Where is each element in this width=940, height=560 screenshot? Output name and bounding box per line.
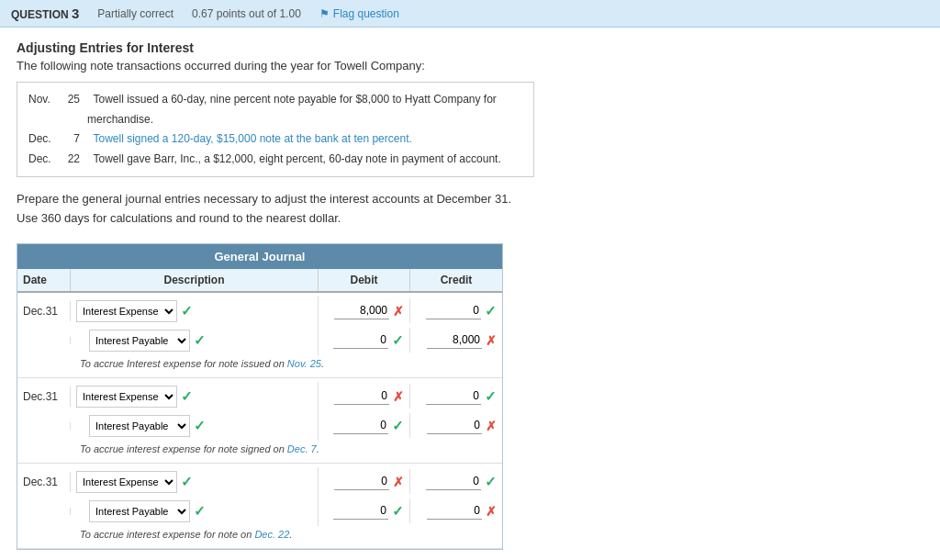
desc-cell-2-2: Interest Payable✓ <box>71 411 319 441</box>
flag-icon: ⚑ <box>319 7 330 20</box>
debit-input-2-1[interactable] <box>334 387 389 405</box>
question-label: QUESTION 3 <box>11 6 79 21</box>
journal-column-headers: Date Description Debit Credit <box>17 269 502 293</box>
entry-row-3-2: Interest Payable✓✓✗ <box>17 497 502 526</box>
desc-select-3-1[interactable]: Interest Expense <box>76 471 177 493</box>
debit-cell-3-2: ✓ <box>319 498 410 523</box>
debit-incorrect-icon: ✗ <box>393 304 404 319</box>
credit-incorrect-icon: ✗ <box>486 419 497 433</box>
entry-row-3-1: Dec.31Interest Expense✓✗✓ <box>17 467 502 497</box>
col-date-header: Date <box>17 269 71 291</box>
status-badge: Partially correct <box>97 7 173 20</box>
memo-row-1: To accrue Interest expense for note issu… <box>17 355 502 374</box>
debit-input-2-2[interactable] <box>333 417 388 434</box>
debit-input-1-2[interactable] <box>333 331 388 349</box>
credit-input-2-1[interactable] <box>426 387 481 405</box>
debit-incorrect-icon: ✗ <box>393 475 404 489</box>
general-journal: General Journal Date Description Debit C… <box>17 243 503 550</box>
col-credit-header: Credit <box>410 269 502 291</box>
main-content: Adjusting Entries for Interest The follo… <box>0 28 551 560</box>
desc-cell-3-2: Interest Payable✓ <box>71 497 319 526</box>
correct-icon: ✓ <box>181 303 193 319</box>
entry-group-3: Dec.31Interest Expense✓✗✓Interest Payabl… <box>17 464 502 549</box>
credit-cell-2-2: ✗ <box>410 413 502 438</box>
credit-input-2-2[interactable] <box>427 417 482 434</box>
top-bar: QUESTION 3 Partially correct 0.67 points… <box>0 0 940 28</box>
date-cell-1: Dec.31 <box>17 301 71 321</box>
entry-row-1-2: Interest Payable✓✓✗ <box>17 326 502 355</box>
debit-cell-3-1: ✗ <box>319 469 410 494</box>
entry-row-2-2: Interest Payable✓✓✗ <box>17 411 502 441</box>
debit-cell-2-1: ✗ <box>319 384 410 409</box>
credit-cell-1-2: ✗ <box>410 328 502 353</box>
credit-input-1-2[interactable] <box>427 331 482 349</box>
desc-cell-1-2: Interest Payable✓ <box>71 326 319 355</box>
note-box: Nov. 25 Towell issued a 60-day, nine per… <box>17 82 534 177</box>
debit-correct-icon: ✓ <box>392 503 404 520</box>
memo-row-3: To accrue interest expense for note on D… <box>17 526 502 544</box>
credit-cell-1-1: ✓ <box>410 298 502 323</box>
col-desc-header: Description <box>71 269 319 291</box>
correct-icon: ✓ <box>194 418 206 434</box>
date-cell-3 <box>17 508 71 515</box>
credit-correct-icon: ✓ <box>485 474 497 490</box>
credit-incorrect-icon: ✗ <box>486 504 497 519</box>
date-cell-1 <box>17 337 71 344</box>
note-row-1: Nov. 25 Towell issued a 60-day, nine per… <box>28 90 522 129</box>
date-cell-2: Dec.31 <box>17 386 71 407</box>
debit-cell-2-2: ✓ <box>319 413 410 438</box>
entry-group-2: Dec.31Interest Expense✓✗✓Interest Payabl… <box>17 378 502 464</box>
credit-input-3-2[interactable] <box>427 502 482 520</box>
points-display: 0.67 points out of 1.00 <box>192 7 301 20</box>
instructions: Prepare the general journal entries nece… <box>17 190 534 229</box>
date-cell-3: Dec.31 <box>17 472 71 492</box>
debit-input-3-1[interactable] <box>334 473 389 490</box>
correct-icon: ✓ <box>181 474 193 490</box>
note-row-2: Dec. 7 Towell signed a 120-day, $15,000 … <box>28 129 522 150</box>
desc-select-1-1[interactable]: Interest Expense <box>76 300 177 322</box>
entry-row-2-1: Dec.31Interest Expense✓✗✓ <box>17 382 502 411</box>
col-debit-header: Debit <box>319 269 410 291</box>
correct-icon: ✓ <box>181 388 193 405</box>
desc-select-2-2[interactable]: Interest Payable <box>89 415 190 437</box>
desc-select-2-1[interactable]: Interest Expense <box>76 386 177 408</box>
flag-question-button[interactable]: ⚑ Flag question <box>319 7 399 20</box>
desc-select-3-2[interactable]: Interest Payable <box>89 500 190 522</box>
credit-cell-3-1: ✓ <box>410 469 502 494</box>
desc-cell-2-1: Interest Expense✓ <box>71 382 319 411</box>
debit-correct-icon: ✓ <box>392 332 404 349</box>
entry-group-1: Dec.31Interest Expense✓✗✓Interest Payabl… <box>17 293 502 378</box>
journal-body: Dec.31Interest Expense✓✗✓Interest Payabl… <box>17 293 502 549</box>
correct-icon: ✓ <box>194 332 206 349</box>
credit-input-3-1[interactable] <box>426 473 481 490</box>
credit-correct-icon: ✓ <box>485 388 497 405</box>
desc-cell-1-1: Interest Expense✓ <box>71 297 319 326</box>
note-row-3: Dec. 22 Towell gave Barr, Inc., a $12,00… <box>28 150 522 170</box>
credit-incorrect-icon: ✗ <box>486 333 497 348</box>
debit-incorrect-icon: ✗ <box>393 389 404 404</box>
debit-correct-icon: ✓ <box>392 418 404 434</box>
debit-input-3-2[interactable] <box>333 502 388 520</box>
credit-cell-3-2: ✗ <box>410 498 502 523</box>
credit-correct-icon: ✓ <box>485 303 497 319</box>
debit-input-1-1[interactable] <box>334 302 389 319</box>
section-title: Adjusting Entries for Interest <box>17 40 534 55</box>
debit-cell-1-1: ✗ <box>319 298 410 323</box>
credit-input-1-1[interactable] <box>426 302 481 319</box>
date-cell-2 <box>17 422 71 430</box>
journal-title: General Journal <box>17 244 502 269</box>
memo-row-2: To accrue interest expense for note sign… <box>17 441 502 459</box>
credit-cell-2-1: ✓ <box>410 384 502 409</box>
intro-text: The following note transactions occurred… <box>17 59 534 73</box>
desc-cell-3-1: Interest Expense✓ <box>71 467 319 497</box>
debit-cell-1-2: ✓ <box>319 328 410 353</box>
desc-select-1-2[interactable]: Interest Payable <box>89 330 190 352</box>
entry-row-1-1: Dec.31Interest Expense✓✗✓ <box>17 297 502 326</box>
correct-icon: ✓ <box>194 503 206 520</box>
